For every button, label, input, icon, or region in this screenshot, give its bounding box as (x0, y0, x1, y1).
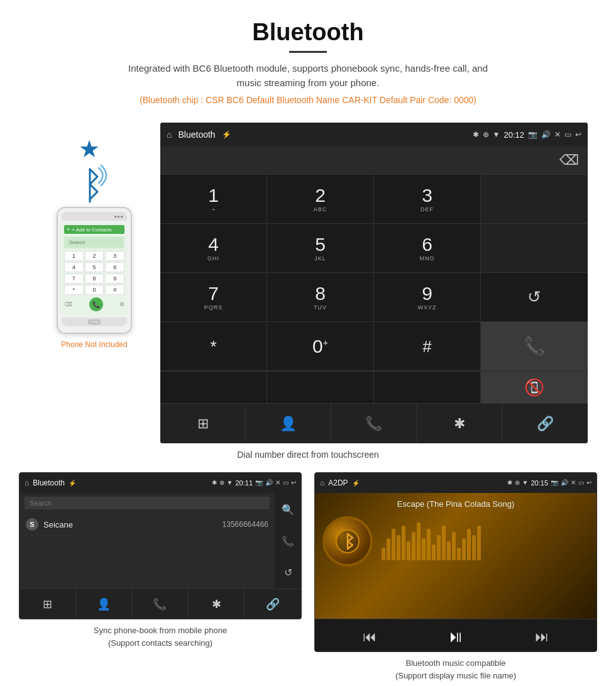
backspace-icon[interactable]: ⌫ (559, 152, 579, 169)
key-hash[interactable]: # (374, 322, 481, 371)
pb-win-icon[interactable]: ▭ (283, 479, 289, 487)
mu-back-icon[interactable]: ↩ (586, 479, 591, 487)
music-screen: ⌂ A2DP ⚡ ✱ ⊕ ▼ 20:15 📷 🔊 ✕ ▭ ↩ (314, 472, 597, 652)
toolbar-bluetooth-btn[interactable]: ✱ (417, 404, 502, 443)
pb-vol-icon[interactable]: 🔊 (265, 479, 273, 487)
phone-key-0[interactable]: 0 (85, 285, 104, 295)
phonebook-search-icon[interactable]: 🔍 (282, 504, 294, 516)
phone-key-star[interactable]: * (64, 285, 84, 295)
music-bar (397, 535, 400, 560)
phone-top-bar: ●●● (62, 212, 127, 221)
key-star[interactable]: * (160, 322, 267, 371)
volume-icon[interactable]: 🔊 (541, 130, 551, 139)
key-hangup[interactable]: 📵 (481, 372, 588, 403)
camera-icon[interactable]: 📷 (528, 130, 537, 139)
page-specs: (Bluetooth chip : CSR BC6 Default Blueto… (13, 95, 603, 105)
pb-sig-icon: ▼ (227, 479, 233, 487)
key-call[interactable]: 📞 (481, 322, 588, 371)
dialpad-caption: Dial number direct from touchscreen (0, 450, 616, 460)
mu-cam-icon[interactable]: 📷 (551, 479, 558, 487)
phone-search-input[interactable] (67, 238, 122, 246)
refresh-icon: ↺ (527, 287, 541, 307)
phonebook-call-icon[interactable]: 📞 (282, 535, 294, 547)
music-bar (402, 526, 405, 560)
phone-key-5[interactable]: 5 (85, 262, 104, 272)
phone-key-6[interactable]: 6 (105, 262, 124, 272)
pb-back-icon[interactable]: ↩ (291, 479, 296, 487)
home-icon[interactable]: ⌂ (167, 130, 172, 140)
music-bar (387, 538, 390, 560)
music-home-icon[interactable]: ⌂ (320, 479, 324, 487)
phone-key-8[interactable]: 8 (85, 274, 104, 284)
music-play-button[interactable]: ⏯ (448, 627, 464, 646)
phonebook-caption: Sync phone-book from mobile phone(Suppor… (94, 624, 227, 649)
phone-key-2[interactable]: 2 (85, 251, 104, 261)
pb-toolbar-bt[interactable]: ✱ (189, 589, 245, 619)
pb-toolbar-contacts[interactable]: 👤 (76, 589, 133, 619)
music-bar (447, 541, 451, 560)
music-screenshot-block: ⌂ A2DP ⚡ ✱ ⊕ ▼ 20:15 📷 🔊 ✕ ▭ ↩ (314, 472, 597, 682)
pb-cam-icon[interactable]: 📷 (255, 479, 263, 487)
toolbar-contacts-btn[interactable]: 👤 (246, 404, 331, 443)
music-controls: ⏮ ⏯ ⏭ (315, 619, 597, 651)
music-next-button[interactable]: ⏭ (535, 629, 549, 645)
toolbar-phone-btn[interactable]: 📞 (331, 404, 417, 443)
key-9[interactable]: 9 WXYZ (374, 273, 481, 322)
key-refresh[interactable]: ↺ (481, 273, 588, 322)
pb-toolbar-phone[interactable]: 📞 (132, 589, 189, 619)
music-album-art (322, 516, 373, 567)
contact-letter: S (26, 518, 38, 531)
key-7[interactable]: 7 PQRS (160, 273, 267, 322)
call-icon: 📞 (524, 336, 546, 357)
phonebook-topbar-left: ⌂ Bluetooth ⚡ (25, 479, 76, 487)
music-song-title: Escape (The Pina Colada Song) (397, 499, 514, 509)
music-bar (427, 529, 431, 560)
phone-screen: + + Add to Contacts 1 2 3 4 5 6 7 8 9 * (62, 223, 127, 315)
pb-x-icon[interactable]: ✕ (275, 479, 280, 487)
phone-key-9[interactable]: 9 (105, 274, 124, 284)
music-bar (457, 548, 461, 560)
music-prev-button[interactable]: ⏮ (363, 629, 377, 645)
phone-key-1[interactable]: 1 (64, 251, 84, 261)
phonebook-search-input[interactable] (25, 497, 270, 509)
bluetooth-signal-icon: ★ (79, 135, 110, 207)
pb-toolbar-dialpad[interactable]: ⊞ (19, 589, 76, 619)
music-bar (442, 526, 446, 560)
phone-key-7[interactable]: 7 (64, 274, 84, 284)
music-charge-icon: ⚡ (352, 480, 360, 487)
phone-key-3[interactable]: 3 (105, 251, 124, 261)
mu-win-icon[interactable]: ▭ (578, 479, 584, 487)
key-4[interactable]: 4 GHI (160, 224, 267, 273)
key-3[interactable]: 3 DEF (374, 175, 481, 224)
mu-vol-icon[interactable]: 🔊 (561, 479, 568, 487)
toolbar-link-btn[interactable]: 🔗 (502, 404, 588, 443)
music-bar (382, 548, 385, 560)
phonebook-refresh-icon[interactable]: ↺ (284, 567, 292, 578)
pb-toolbar-link[interactable]: 🔗 (245, 589, 301, 619)
phonebook-side-actions: 🔍 📞 ↺ (275, 493, 301, 589)
key-8[interactable]: 8 TUV (267, 273, 374, 322)
phone-key-4[interactable]: 4 (64, 262, 84, 272)
key-1[interactable]: 1 ⌁ (160, 175, 267, 224)
toolbar-dialpad-btn[interactable]: ⊞ (160, 404, 246, 443)
music-bar (422, 538, 426, 560)
music-topbar-left: ⌂ A2DP ⚡ (320, 479, 360, 487)
key-6[interactable]: 6 MNO (374, 224, 481, 273)
mu-sig-icon: ▼ (522, 479, 529, 487)
page-title: Bluetooth (13, 19, 603, 46)
mu-x-icon[interactable]: ✕ (571, 479, 576, 487)
close-icon[interactable]: ✕ (554, 130, 561, 139)
music-body: Escape (The Pina Colada Song) (315, 493, 597, 619)
window-icon[interactable]: ▭ (564, 130, 571, 139)
key-2[interactable]: 2 ABC (267, 175, 374, 224)
phone-home-button[interactable] (88, 319, 101, 324)
key-0[interactable]: 0+ (267, 322, 374, 371)
main-section: ★ ●●● + + Add to Contacts (0, 123, 616, 443)
phonebook-topbar-right: ✱ ⊕ ▼ 20:11 📷 🔊 ✕ ▭ ↩ (212, 479, 296, 487)
page-header: Bluetooth Integrated with BC6 Bluetooth … (0, 0, 616, 123)
phone-call-button[interactable]: 📞 (89, 297, 103, 311)
phone-key-hash[interactable]: # (105, 285, 124, 295)
key-5[interactable]: 5 JKL (267, 224, 374, 273)
back-icon[interactable]: ↩ (575, 130, 581, 139)
phonebook-home-icon[interactable]: ⌂ (25, 479, 29, 487)
